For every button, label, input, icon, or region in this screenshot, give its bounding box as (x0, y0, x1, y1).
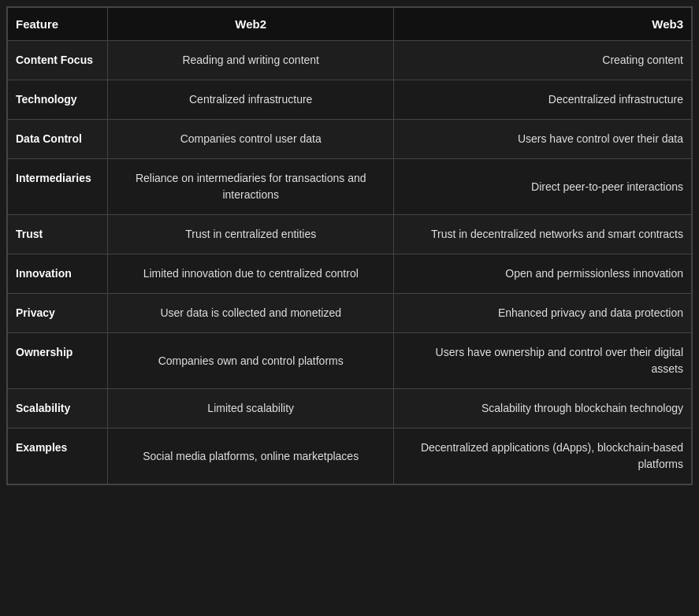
header-feature: Feature (8, 8, 108, 41)
cell-feature: Examples (8, 429, 108, 484)
table-row: PrivacyUser data is collected and moneti… (8, 294, 692, 333)
cell-web2: Social media platforms, online marketpla… (107, 429, 394, 484)
cell-web2: Reliance on intermediaries for transacti… (107, 159, 394, 215)
cell-web2: Companies control user data (107, 120, 394, 159)
cell-web2: Centralized infrastructure (107, 80, 394, 120)
table-row: OwnershipCompanies own and control platf… (8, 333, 692, 389)
table-row: TrustTrust in centralized entitiesTrust … (8, 215, 692, 254)
cell-web2: Limited innovation due to centralized co… (107, 254, 394, 294)
cell-feature: Ownership (8, 333, 108, 389)
cell-web3: Decentralized applications (dApps), bloc… (394, 429, 692, 484)
comparison-table: Feature Web2 Web3 Content FocusReading a… (6, 6, 693, 485)
cell-web3: Users have ownership and control over th… (394, 333, 692, 389)
cell-web2: Companies own and control platforms (107, 333, 394, 389)
cell-feature: Scalability (8, 389, 108, 429)
cell-feature: Trust (8, 215, 108, 254)
table-row: InnovationLimited innovation due to cent… (8, 254, 692, 294)
cell-web2: Limited scalability (107, 389, 394, 429)
cell-feature: Privacy (8, 294, 108, 333)
cell-feature: Content Focus (8, 41, 108, 80)
table-row: Data ControlCompanies control user dataU… (8, 120, 692, 159)
cell-feature: Intermediaries (8, 159, 108, 215)
table-header-row: Feature Web2 Web3 (8, 8, 692, 41)
cell-feature: Data Control (8, 120, 108, 159)
cell-feature: Innovation (8, 254, 108, 294)
table-row: TechnologyCentralized infrastructureDece… (8, 80, 692, 120)
cell-web2: User data is collected and monetized (107, 294, 394, 333)
cell-web3: Decentralized infrastructure (394, 80, 692, 120)
cell-web3: Trust in decentralized networks and smar… (394, 215, 692, 254)
table-row: IntermediariesReliance on intermediaries… (8, 159, 692, 215)
cell-feature: Technology (8, 80, 108, 120)
header-web2: Web2 (107, 8, 394, 41)
table-row: Content FocusReading and writing content… (8, 41, 692, 80)
table-row: ScalabilityLimited scalabilityScalabilit… (8, 389, 692, 429)
table-row: ExamplesSocial media platforms, online m… (8, 429, 692, 484)
header-web3: Web3 (394, 8, 692, 41)
cell-web3: Direct peer-to-peer interactions (394, 159, 692, 215)
cell-web2: Trust in centralized entities (107, 215, 394, 254)
cell-web3: Scalability through blockchain technolog… (394, 389, 692, 429)
cell-web3: Open and permissionless innovation (394, 254, 692, 294)
cell-web3: Users have control over their data (394, 120, 692, 159)
cell-web3: Creating content (394, 41, 692, 80)
cell-web3: Enhanced privacy and data protection (394, 294, 692, 333)
cell-web2: Reading and writing content (107, 41, 394, 80)
